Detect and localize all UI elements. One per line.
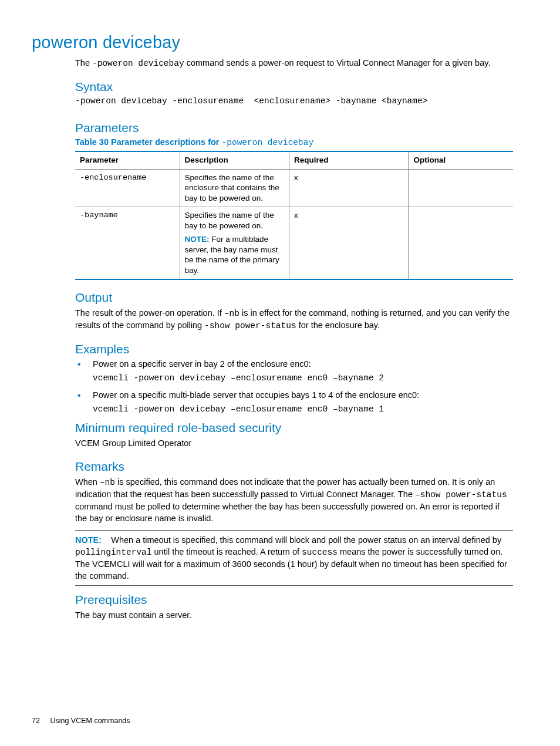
td-desc: Specifies the name of the bay to be powe… xyxy=(180,207,289,280)
output-mono1: –nb xyxy=(224,309,239,318)
footer-chapter: Using VCEM commands xyxy=(50,717,130,725)
remarks-mono2: –show power-status xyxy=(415,490,507,499)
td-desc: Specifies the name of the enclosure that… xyxy=(180,169,289,207)
note-block: NOTE: When a timeout is specified, this … xyxy=(75,530,513,586)
th-description: Description xyxy=(180,151,289,169)
syntax-line: -poweron devicebay -enclosurename <enclo… xyxy=(75,96,513,106)
output-p3: for the enclosure bay. xyxy=(296,320,380,330)
example-text: Power on a specific server in bay 2 of t… xyxy=(93,359,513,370)
intro-pre: The xyxy=(75,58,92,67)
security-text: VCEM Group Limited Operator xyxy=(75,437,513,449)
td-req: x xyxy=(289,207,409,280)
parameters-table: Parameter Description Required Optional … xyxy=(75,151,513,280)
examples-heading: Examples xyxy=(75,342,513,356)
note-b: until the timeout is reached. A return o… xyxy=(152,547,302,556)
table-caption: Table 30 Parameter descriptions for -pow… xyxy=(75,137,513,147)
note-a: When a timeout is specified, this comman… xyxy=(109,535,501,545)
example-code: vcemcli -poweron devicebay –enclosurenam… xyxy=(93,404,513,414)
list-item: Power on a specific multi-blade server t… xyxy=(75,390,513,414)
td-param: -bayname xyxy=(75,207,180,280)
table-caption-bold: Table 30 Parameter descriptions for xyxy=(75,137,222,147)
td-opt xyxy=(409,207,513,280)
example-text: Power on a specific multi-blade server t… xyxy=(93,390,513,401)
page-title: poweron devicebay xyxy=(32,33,513,52)
remarks-heading: Remarks xyxy=(75,460,513,474)
list-item: Power on a specific server in bay 2 of t… xyxy=(75,359,513,383)
intro-post: command sends a power-on request to Virt… xyxy=(184,58,491,67)
table-header-row: Parameter Description Required Optional xyxy=(75,151,513,169)
examples-list: Power on a specific server in bay 2 of t… xyxy=(75,359,513,413)
th-parameter: Parameter xyxy=(75,151,180,169)
td-desc-main: Specifies the name of the bay to be powe… xyxy=(185,211,274,230)
td-req: x xyxy=(289,169,409,207)
page-number: 72 xyxy=(32,717,40,725)
remarks-c: command must be polled to determine whet… xyxy=(75,502,500,523)
security-heading: Minimum required role-based security xyxy=(75,421,513,435)
example-code: vcemcli -poweron devicebay –enclosurenam… xyxy=(93,373,513,383)
note-label: NOTE: xyxy=(75,535,102,545)
td-opt xyxy=(409,169,513,207)
remarks-paragraph: When –nb is specified, this command does… xyxy=(75,476,513,524)
page-footer: 72 Using VCEM commands xyxy=(32,717,130,725)
th-required: Required xyxy=(289,151,409,169)
remarks-mono1: –nb xyxy=(100,478,115,487)
table-caption-mono: -poweron devicebay xyxy=(222,138,314,147)
output-paragraph: The result of the power-on operation. If… xyxy=(75,307,513,332)
note-label: NOTE: xyxy=(185,235,210,244)
td-param: -enclosurename xyxy=(75,169,180,207)
output-p1: The result of the power-on operation. If xyxy=(75,308,224,318)
intro-cmd: -poweron devicebay xyxy=(92,59,184,68)
output-mono2: -show power-status xyxy=(204,321,296,330)
intro-paragraph: The -poweron devicebay command sends a p… xyxy=(75,57,513,69)
note-mono2: success xyxy=(302,548,338,557)
th-optional: Optional xyxy=(409,151,513,169)
prerequisites-text: The bay must contain a server. xyxy=(75,609,513,621)
syntax-heading: Syntax xyxy=(75,80,513,94)
note-mono1: pollinginterval xyxy=(75,548,152,557)
remarks-a: When xyxy=(75,477,100,487)
prerequisites-heading: Prerequisites xyxy=(75,593,513,607)
table-row: -bayname Specifies the name of the bay t… xyxy=(75,207,513,280)
table-row: -enclosurename Specifies the name of the… xyxy=(75,169,513,207)
output-heading: Output xyxy=(75,291,513,305)
parameters-heading: Parameters xyxy=(75,121,513,135)
